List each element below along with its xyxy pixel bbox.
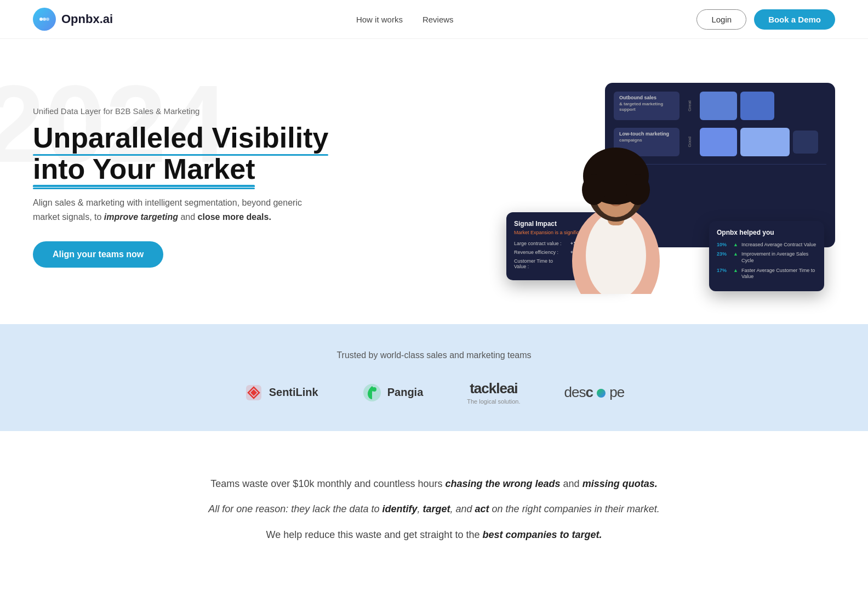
hero-description: Align sales & marketing with intelligent… bbox=[33, 196, 329, 224]
logo-descope: desc pe bbox=[564, 384, 625, 401]
hero-section: 2024 Unified Data Layer for B2B Sales & … bbox=[0, 39, 868, 324]
sentilink-icon bbox=[244, 383, 264, 403]
quality-great: Great bbox=[684, 92, 695, 120]
trusted-title: Trusted by world-class sales and marketi… bbox=[336, 350, 531, 360]
nav-links: How it works Reviews bbox=[356, 15, 454, 24]
logos-row: SentiLink Pangia tackleai The logical so… bbox=[244, 380, 625, 405]
helped-row-2: 23% ▲ Improvement in Average Sales Cycle bbox=[717, 251, 816, 264]
nav-how-it-works[interactable]: How it works bbox=[356, 15, 403, 24]
descope-icon-dot bbox=[597, 389, 606, 398]
pain-line-2: All for one reason: they lack the data t… bbox=[33, 500, 835, 518]
tackleai-label: tackleai bbox=[470, 380, 517, 397]
title-underline bbox=[33, 185, 255, 187]
hero-title-line1: Unparalleled Visibility bbox=[33, 122, 328, 154]
svg-point-12 bbox=[582, 174, 606, 205]
bar2 bbox=[740, 92, 774, 120]
descope-label: desc pe bbox=[564, 384, 625, 401]
nav-reviews[interactable]: Reviews bbox=[422, 15, 454, 24]
pangia-icon bbox=[362, 383, 382, 403]
cta-button[interactable]: Align your teams now bbox=[33, 241, 163, 268]
trusted-section: Trusted by world-class sales and marketi… bbox=[0, 324, 868, 431]
svg-point-13 bbox=[626, 174, 650, 205]
sentilink-label: SentiLink bbox=[269, 386, 318, 399]
logo-sentilink: SentiLink bbox=[244, 383, 318, 403]
hero-title: Unparalleled Visibility into Your Market bbox=[33, 122, 329, 185]
logo: Opnbx.ai bbox=[33, 8, 113, 31]
nav-actions: Login Book a Demo bbox=[696, 9, 835, 30]
bar1 bbox=[700, 92, 737, 120]
helped-row-1: 10% ▲ Increased Average Contract Value bbox=[717, 242, 816, 248]
hero-right: Outbound sales & targeted marketing supp… bbox=[506, 83, 835, 291]
hero-subtitle: Unified Data Layer for B2B Sales & Marke… bbox=[33, 106, 329, 116]
chart-area-1 bbox=[700, 92, 826, 120]
pain-line-1: Teams waste over $10k monthly and countl… bbox=[33, 475, 835, 492]
dashboard-top-row: Outbound sales & targeted marketing supp… bbox=[614, 92, 826, 120]
pain-section: Teams waste over $10k monthly and countl… bbox=[0, 431, 868, 595]
person-svg bbox=[561, 118, 671, 294]
quality-good: Good bbox=[684, 128, 695, 156]
svg-point-16 bbox=[372, 387, 376, 392]
svg-point-2 bbox=[46, 18, 49, 21]
logo-text: Opnbx.ai bbox=[61, 12, 113, 26]
hero-left: Unified Data Layer for B2B Sales & Marke… bbox=[33, 106, 329, 268]
chart-area-2 bbox=[700, 128, 826, 156]
logo-icon bbox=[33, 8, 56, 31]
hero-title-line2: into Your Market bbox=[33, 154, 255, 185]
book-demo-button[interactable]: Book a Demo bbox=[754, 9, 835, 30]
bar3 bbox=[700, 128, 737, 156]
pangia-label: Pangia bbox=[387, 386, 424, 399]
tackleai-sub: The logical solution. bbox=[467, 398, 520, 405]
bar5 bbox=[793, 131, 818, 154]
logo-pangia: Pangia bbox=[362, 383, 424, 403]
svg-point-1 bbox=[43, 18, 46, 21]
pain-line-3: We help reduce this waste and get straig… bbox=[33, 526, 835, 543]
navbar: Opnbx.ai How it works Reviews Login Book… bbox=[0, 0, 868, 39]
login-button[interactable]: Login bbox=[696, 9, 746, 30]
logo-tackleai: tackleai The logical solution. bbox=[467, 380, 520, 405]
helped-row-3: 17% ▲ Faster Average Customer Time to Va… bbox=[717, 268, 816, 280]
person-image bbox=[561, 118, 671, 294]
svg-point-0 bbox=[39, 18, 43, 21]
bar4 bbox=[740, 128, 790, 156]
label-outbound: Outbound sales & targeted marketing supp… bbox=[614, 92, 679, 120]
helped-card: Opnbx helped you 10% ▲ Increased Average… bbox=[709, 221, 824, 291]
